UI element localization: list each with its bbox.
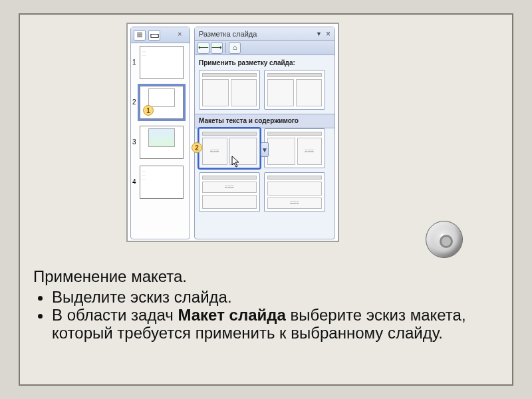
task-pane-close-icon[interactable]: × — [326, 27, 331, 41]
slide-thumb-1[interactable]: …… — [140, 46, 184, 79]
layout-task-pane: Разметка слайда ▼ × ⟵ ⟶ ⌂ Применить разм… — [194, 27, 335, 239]
thumb-row[interactable]: 2 1 — [132, 86, 188, 119]
slide-canvas: ≡ ▭ × 1 …… 2 1 — [19, 13, 513, 386]
layout-tile[interactable]: ≡≡≡ — [264, 172, 325, 212]
task-pane-dropdown-icon[interactable]: ▼ — [316, 27, 322, 41]
forward-button[interactable]: ⟶ — [211, 42, 223, 54]
layout-tile[interactable]: ≡≡≡ — [199, 172, 260, 212]
thumbnails-header: ≡ ▭ × — [131, 27, 190, 43]
close-thumbs-icon[interactable]: × — [178, 31, 187, 40]
layout-tile[interactable] — [264, 70, 325, 110]
thumb-row[interactable]: 3 — [132, 126, 188, 159]
thumbnails-list: 1 …… 2 1 3 — [131, 43, 190, 201]
task-pane-toolbar: ⟵ ⟶ ⌂ — [195, 41, 334, 55]
instruction-bullet: Выделите эскиз слайда. — [52, 289, 499, 307]
thumb-number: 4 — [132, 179, 138, 186]
thumb-placeholder: …… — [140, 47, 183, 59]
thumbnails-pane: ≡ ▭ × 1 …… 2 1 — [130, 27, 190, 239]
instruction-bullet: В области задач Макет слайда выберите эс… — [52, 307, 499, 342]
callout-2: 2 — [192, 142, 202, 153]
layout-tile-selected[interactable]: ≡≡≡ ▼ 2 — [199, 128, 260, 168]
layout-dropdown-arrow[interactable]: ▼ — [261, 142, 269, 157]
task-pane-title: Разметка слайда — [199, 27, 257, 41]
ppt-screenshot: ≡ ▭ × 1 …… 2 1 — [126, 23, 339, 242]
thumb-placeholder — [148, 88, 175, 107]
layout-tile[interactable] — [199, 70, 260, 110]
thumb-number: 2 — [132, 99, 138, 106]
slides-tab[interactable]: ▭ — [148, 30, 160, 41]
thumb-placeholder — [148, 128, 175, 147]
home-button[interactable]: ⌂ — [229, 42, 241, 54]
slide-thumb-4[interactable]: ……… — [140, 166, 184, 199]
text-content-section-label: Макеты текста и содержимого — [195, 114, 334, 128]
slide-thumb-3[interactable] — [140, 126, 184, 159]
instruction-heading: Применение макета. — [33, 267, 499, 286]
apply-layout-label: Применить разметку слайда: — [195, 55, 334, 70]
thumb-placeholder: ……… — [140, 166, 183, 182]
callout-1: 1 — [143, 105, 154, 116]
layout-grid-lower: ≡≡≡ ▼ 2 ≡≡≡ ≡≡≡ — [195, 128, 334, 216]
thumb-row[interactable]: 4 ……… — [132, 166, 188, 199]
outline-tab[interactable]: ≡ — [134, 30, 146, 41]
disc-icon — [426, 221, 463, 258]
back-button[interactable]: ⟵ — [198, 42, 209, 54]
task-pane-title-bar: Разметка слайда ▼ × — [195, 27, 334, 41]
slide-thumb-2-selected[interactable]: 1 — [140, 86, 184, 119]
layout-tile[interactable]: ≡≡≡ — [264, 128, 325, 168]
instruction-text: Применение макета. Выделите эскиз слайда… — [33, 267, 499, 342]
layout-grid-upper — [195, 70, 334, 114]
thumb-number: 3 — [132, 139, 138, 146]
thumb-number: 1 — [132, 59, 138, 66]
thumb-row[interactable]: 1 …… — [132, 46, 188, 79]
